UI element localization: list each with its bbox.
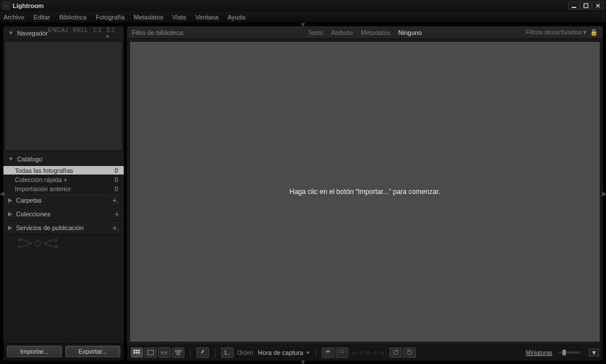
sort-value: Hora de captura (258, 349, 304, 356)
expand-bottom-icon[interactable]: ▼ (292, 361, 314, 364)
titlebar: Lr Lightroom (0, 0, 606, 11)
export-button[interactable]: Exportar... (65, 346, 120, 357)
chevron-down-icon: ▼ (8, 30, 14, 36)
chevron-right-icon: ▶ (8, 197, 13, 203)
thumbnail-size-slider[interactable] (559, 351, 581, 354)
expand-right-icon[interactable]: ▶ (603, 182, 606, 205)
filter-tab-text[interactable]: Texto (308, 29, 323, 36)
catalog-title: Catálogo (17, 156, 42, 163)
catalog-item-all[interactable]: Todas las fotografías 0 (3, 166, 124, 175)
chevron-down-icon: ▼ (8, 156, 14, 162)
catalog-header[interactable]: ▼ Catálogo (3, 152, 124, 166)
svg-point-7 (55, 239, 57, 241)
svg-rect-19 (177, 353, 179, 355)
menu-ayuda[interactable]: Ayuda (227, 14, 245, 21)
catalog-item-label: Todas las fotografías (15, 167, 73, 174)
folders-title: Carpetas (16, 197, 42, 204)
add-publish-icon[interactable]: +. (112, 223, 119, 232)
svg-rect-10 (136, 350, 137, 351)
content-canvas: Haga clic en el botón “Importar...” para… (129, 41, 600, 342)
flag-reject-icon[interactable] (336, 347, 348, 358)
nav-mode-zoom[interactable]: 2:1 ▾ (106, 27, 119, 39)
navigator-preview (5, 41, 123, 151)
catalog-items: Todas las fotografías 0 Colección rápida… (3, 166, 124, 193)
nav-mode-fit[interactable]: ENCAJ (48, 27, 68, 39)
app-title: Lightroom (13, 2, 44, 9)
svg-text:X|Y: X|Y (160, 350, 168, 355)
svg-rect-9 (133, 350, 135, 351)
canvas-hint: Haga clic en el botón “Importar...” para… (289, 188, 440, 196)
catalog-item-count: 0 (115, 185, 118, 192)
svg-point-8 (55, 246, 57, 248)
catalog-item-label: Colección rápida + (15, 176, 67, 183)
filter-tab-none[interactable]: Ninguno (398, 29, 422, 36)
svg-line-3 (596, 4, 600, 7)
catalog-item-label: Importación anterior (15, 185, 71, 192)
workarea: ▼ Navegador ENCAJ RELL 1:1 2:1 ▾ ▼ Catál… (3, 26, 603, 361)
add-folder-icon[interactable]: +. (112, 196, 119, 205)
sort-direction-icon[interactable]: az (221, 347, 234, 358)
rotate-cw-icon[interactable] (403, 347, 416, 358)
flag-pick-icon[interactable] (322, 347, 335, 358)
menu-vista[interactable]: Vista (172, 14, 186, 21)
nav-mode-1to1[interactable]: 1:1 (93, 27, 101, 39)
svg-point-5 (18, 239, 21, 241)
svg-rect-11 (138, 350, 140, 351)
left-panel-spacer (3, 252, 124, 342)
navigator-title: Navegador (17, 30, 48, 37)
view-mode-group: X|Y (131, 347, 184, 358)
nav-mode-fill[interactable]: RELL (73, 27, 88, 39)
menu-ventana[interactable]: Ventana (195, 14, 218, 21)
rotate-ccw-icon[interactable] (389, 347, 402, 358)
svg-text:z: z (227, 353, 229, 356)
panel-ornament (3, 235, 124, 252)
filter-tab-metadata[interactable]: Metadatos (361, 29, 390, 36)
publish-header[interactable]: ▶ Servicios de publicación +. (3, 221, 124, 235)
expand-left-icon[interactable]: ◀ (0, 182, 3, 205)
sort-select[interactable]: Hora de captura ▼ (258, 349, 310, 356)
separator (215, 348, 215, 357)
navigator-header[interactable]: ▼ Navegador ENCAJ RELL 1:1 2:1 ▾ (3, 26, 124, 40)
view-compare-icon[interactable]: X|Y (158, 347, 171, 358)
view-survey-icon[interactable] (172, 347, 184, 358)
left-bottom-buttons: Importar... Exportar... (3, 342, 124, 361)
close-button[interactable] (592, 2, 604, 10)
import-button[interactable]: Importar... (7, 346, 62, 357)
menu-metadatos[interactable]: Metadatos (133, 14, 163, 21)
menu-archivo[interactable]: Archivo (3, 14, 25, 21)
svg-line-2 (596, 4, 600, 7)
catalog-item-previmport[interactable]: Importación anterior 0 (3, 184, 124, 193)
rating-stars[interactable]: ☆☆☆☆☆ (352, 349, 386, 357)
filter-preset-select[interactable]: Filtros desactivados ▾ (526, 29, 587, 36)
chevron-right-icon: ▶ (8, 211, 13, 217)
add-collection-icon[interactable]: + (115, 209, 119, 219)
filter-label: Filtro de biblioteca: (132, 29, 184, 36)
filter-lock-icon[interactable]: 🔒 (590, 29, 598, 36)
separator (190, 348, 191, 357)
maximize-button[interactable] (580, 2, 592, 10)
menu-editar[interactable]: Editar (34, 14, 50, 21)
view-grid-icon[interactable] (131, 347, 143, 358)
svg-rect-14 (138, 352, 140, 354)
painter-tool-icon[interactable] (196, 347, 209, 358)
folders-header[interactable]: ▶ Carpetas +. (3, 193, 124, 207)
main-panel: Filtro de biblioteca: Texto Atributo Met… (127, 26, 603, 361)
svg-point-6 (18, 246, 21, 248)
toolbar-options-icon[interactable]: ▼ (589, 349, 599, 357)
catalog-item-quick[interactable]: Colección rápida + 0 (3, 175, 124, 184)
svg-rect-1 (584, 3, 588, 7)
view-loupe-icon[interactable] (144, 347, 157, 358)
filter-tabs: Texto Atributo Metadatos Ninguno (308, 29, 422, 36)
catalog-item-count: 0 (115, 167, 118, 174)
left-panel: ▼ Navegador ENCAJ RELL 1:1 2:1 ▾ ▼ Catál… (3, 26, 124, 361)
filter-tab-attribute[interactable]: Atributo (331, 29, 353, 36)
minimize-button[interactable] (568, 2, 580, 10)
thumbnails-label[interactable]: Miniaturas (526, 350, 552, 356)
catalog-item-count: 0 (115, 176, 118, 183)
collections-header[interactable]: ▶ Colecciones + (3, 207, 124, 221)
svg-rect-12 (133, 352, 135, 354)
chevron-down-icon: ▼ (305, 350, 310, 355)
menu-biblioteca[interactable]: Biblioteca (59, 14, 86, 21)
menu-fotografia[interactable]: Fotografía (96, 14, 124, 21)
rotate-group (389, 347, 416, 358)
